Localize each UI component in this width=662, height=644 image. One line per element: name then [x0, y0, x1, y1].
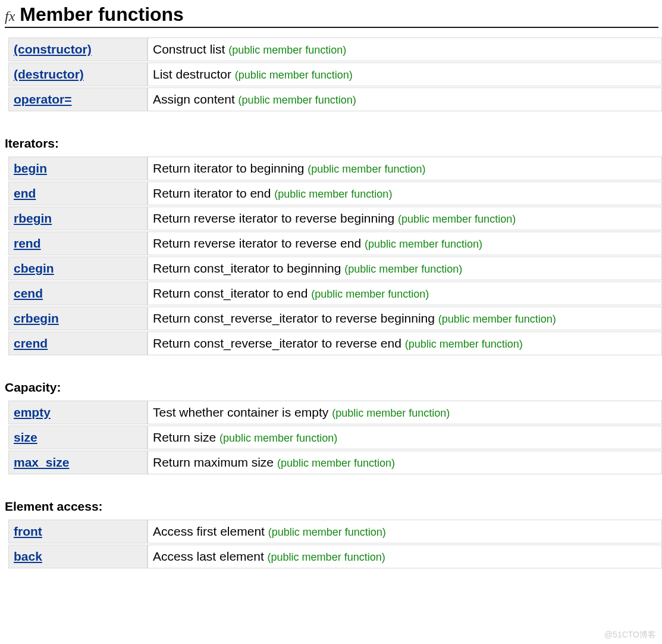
- function-link[interactable]: cend: [14, 286, 43, 300]
- table-row: frontAccess first element (public member…: [8, 520, 662, 543]
- function-link[interactable]: crbegin: [14, 311, 59, 325]
- function-desc-cell: Return const_iterator to beginning (publ…: [148, 257, 662, 280]
- function-note: (public member function): [228, 44, 346, 56]
- function-note: (public member function): [398, 213, 516, 225]
- function-name-cell: (destructor): [8, 62, 148, 86]
- function-desc: Return const_iterator to end: [153, 286, 308, 300]
- function-link[interactable]: back: [14, 549, 42, 563]
- function-name-cell: cbegin: [8, 257, 148, 280]
- function-note: (public member function): [308, 163, 425, 175]
- function-note: (public member function): [311, 288, 429, 300]
- function-link[interactable]: rbegin: [14, 211, 52, 225]
- function-name-cell: front: [8, 520, 148, 543]
- function-note: (public member function): [344, 263, 462, 275]
- function-table: frontAccess first element (public member…: [8, 518, 662, 570]
- function-desc: Access first element: [153, 524, 265, 538]
- function-desc: Return reverse iterator to reverse end: [153, 236, 361, 250]
- function-name-cell: begin: [8, 157, 148, 180]
- function-desc-cell: Test whether container is empty (public …: [148, 401, 662, 424]
- function-desc-cell: Return const_reverse_iterator to reverse…: [148, 332, 662, 355]
- function-desc: Return size: [153, 430, 216, 444]
- function-link[interactable]: operator=: [14, 92, 71, 106]
- function-table: emptyTest whether container is empty (pu…: [8, 399, 662, 476]
- table-row: endReturn iterator to end (public member…: [8, 182, 662, 205]
- member-function-groups: (constructor)Construct list (public memb…: [5, 36, 658, 570]
- function-desc: Return reverse iterator to reverse begin…: [153, 211, 394, 225]
- function-desc-cell: List destructor (public member function): [148, 62, 662, 86]
- function-desc-cell: Return const_iterator to end (public mem…: [148, 282, 662, 305]
- function-desc: Return const_iterator to beginning: [153, 261, 341, 275]
- page-heading: fx Member functions: [5, 4, 658, 28]
- function-desc-cell: Return iterator to beginning (public mem…: [148, 157, 662, 180]
- table-row: backAccess last element (public member f…: [8, 545, 662, 568]
- function-note: (public member function): [438, 313, 556, 325]
- table-row: (constructor)Construct list (public memb…: [8, 37, 662, 61]
- group-title: Capacity:: [5, 380, 658, 395]
- function-name-cell: rend: [8, 232, 148, 255]
- function-note: (public member function): [268, 526, 386, 538]
- table-row: operator=Assign content (public member f…: [8, 87, 662, 111]
- function-desc: Assign content: [153, 92, 235, 106]
- function-desc: Return const_reverse_iterator to reverse…: [153, 311, 435, 325]
- function-note: (public member function): [405, 338, 523, 350]
- function-link[interactable]: rend: [14, 236, 41, 250]
- function-desc-cell: Return maximum size (public member funct…: [148, 451, 662, 474]
- function-table: beginReturn iterator to beginning (publi…: [8, 155, 662, 357]
- function-name-cell: max_size: [8, 451, 148, 474]
- function-link[interactable]: crend: [14, 336, 48, 350]
- function-desc: List destructor: [153, 67, 231, 81]
- function-desc: Construct list: [153, 42, 225, 56]
- function-desc-cell: Return reverse iterator to reverse begin…: [148, 207, 662, 230]
- table-row: sizeReturn size (public member function): [8, 426, 662, 449]
- function-name-cell: (constructor): [8, 37, 148, 61]
- function-desc: Test whether container is empty: [153, 405, 328, 419]
- function-note: (public member function): [239, 94, 356, 106]
- function-link[interactable]: front: [14, 524, 42, 538]
- table-row: rbeginReturn reverse iterator to reverse…: [8, 207, 662, 230]
- function-link[interactable]: max_size: [14, 455, 69, 469]
- function-name-cell: size: [8, 426, 148, 449]
- table-row: beginReturn iterator to beginning (publi…: [8, 157, 662, 180]
- function-link[interactable]: (destructor): [14, 67, 84, 81]
- function-name-cell: crend: [8, 332, 148, 355]
- function-table: (constructor)Construct list (public memb…: [8, 36, 662, 112]
- function-name-cell: cend: [8, 282, 148, 305]
- function-note: (public member function): [219, 432, 337, 444]
- function-desc-cell: Access first element (public member func…: [148, 520, 662, 543]
- page-title: Member functions: [20, 4, 184, 26]
- function-link[interactable]: begin: [14, 161, 47, 175]
- function-name-cell: empty: [8, 401, 148, 424]
- table-row: crendReturn const_reverse_iterator to re…: [8, 332, 662, 355]
- function-name-cell: rbegin: [8, 207, 148, 230]
- function-desc-cell: Return const_reverse_iterator to reverse…: [148, 307, 662, 330]
- table-row: rendReturn reverse iterator to reverse e…: [8, 232, 662, 255]
- function-name-cell: crbegin: [8, 307, 148, 330]
- function-desc-cell: Return size (public member function): [148, 426, 662, 449]
- function-desc-cell: Construct list (public member function): [148, 37, 662, 61]
- function-link[interactable]: end: [14, 186, 36, 200]
- function-name-cell: operator=: [8, 87, 148, 111]
- function-note: (public member function): [332, 407, 450, 419]
- function-desc: Return maximum size: [153, 455, 274, 469]
- group-title: Element access:: [5, 499, 658, 514]
- table-row: crbeginReturn const_reverse_iterator to …: [8, 307, 662, 330]
- fx-icon: fx: [5, 8, 15, 24]
- function-link[interactable]: empty: [14, 405, 51, 419]
- function-note: (public member function): [235, 69, 353, 81]
- function-name-cell: end: [8, 182, 148, 205]
- function-desc: Return iterator to end: [153, 186, 271, 200]
- function-note: (public member function): [365, 238, 482, 250]
- table-row: cendReturn const_iterator to end (public…: [8, 282, 662, 305]
- table-row: emptyTest whether container is empty (pu…: [8, 401, 662, 424]
- function-link[interactable]: cbegin: [14, 261, 54, 275]
- function-name-cell: back: [8, 545, 148, 568]
- function-desc: Return const_reverse_iterator to reverse…: [153, 336, 401, 350]
- function-note: (public member function): [274, 188, 392, 200]
- table-row: (destructor)List destructor (public memb…: [8, 62, 662, 86]
- function-desc: Access last element: [153, 549, 264, 563]
- function-desc-cell: Access last element (public member funct…: [148, 545, 662, 568]
- table-row: max_sizeReturn maximum size (public memb…: [8, 451, 662, 474]
- function-link[interactable]: (constructor): [14, 42, 92, 56]
- function-note: (public member function): [268, 551, 385, 563]
- function-link[interactable]: size: [14, 430, 37, 444]
